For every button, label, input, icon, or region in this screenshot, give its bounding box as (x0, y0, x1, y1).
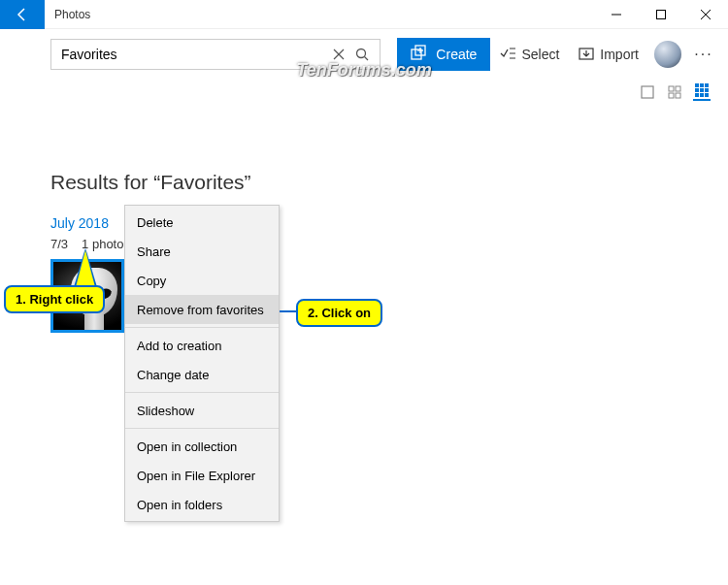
ctx-remove-favorites[interactable]: Remove from favorites (125, 295, 279, 324)
svg-rect-1 (657, 10, 666, 18)
user-avatar[interactable] (654, 41, 681, 68)
svg-rect-24 (695, 88, 699, 92)
svg-point-6 (357, 49, 366, 58)
svg-rect-20 (676, 93, 680, 98)
create-label: Create (436, 47, 477, 62)
ctx-share[interactable]: Share (125, 237, 279, 266)
ctx-separator (125, 327, 279, 328)
svg-rect-25 (700, 88, 704, 92)
ctx-add-creation[interactable]: Add to creation (125, 331, 279, 360)
svg-rect-22 (700, 83, 704, 87)
svg-rect-27 (695, 93, 699, 97)
close-button[interactable] (683, 0, 728, 29)
ctx-open-collection[interactable]: Open in collection (125, 432, 279, 461)
import-icon (579, 46, 594, 64)
search-box[interactable] (50, 39, 381, 70)
select-button[interactable]: Select (490, 38, 569, 71)
svg-rect-21 (695, 83, 699, 87)
search-input[interactable] (57, 41, 327, 68)
import-label: Import (600, 47, 639, 62)
app-title: Photos (45, 8, 594, 21)
select-label: Select (521, 47, 559, 62)
callout-connector (280, 310, 297, 312)
select-icon (500, 46, 515, 64)
minimize-button[interactable] (594, 0, 639, 29)
view-small-icon[interactable] (693, 83, 711, 101)
svg-rect-28 (700, 93, 704, 97)
svg-line-7 (365, 57, 369, 61)
svg-rect-23 (705, 83, 709, 87)
create-icon (411, 45, 428, 65)
maximize-button[interactable] (639, 0, 683, 29)
search-icon[interactable] (350, 43, 374, 66)
create-button[interactable]: Create (397, 38, 490, 71)
ctx-delete[interactable]: Delete (125, 208, 279, 237)
svg-rect-26 (705, 88, 709, 92)
ctx-change-date[interactable]: Change date (125, 360, 279, 389)
ctx-separator (125, 428, 279, 429)
back-button[interactable] (0, 0, 45, 29)
more-button[interactable]: ··· (687, 38, 720, 71)
ctx-slideshow[interactable]: Slideshow (125, 396, 279, 425)
ctx-copy[interactable]: Copy (125, 266, 279, 295)
svg-rect-18 (676, 86, 680, 91)
svg-rect-17 (669, 86, 674, 91)
ctx-open-folders[interactable]: Open in folders (125, 490, 279, 519)
callout-arrow (76, 250, 95, 287)
svg-rect-19 (669, 93, 674, 98)
ctx-open-explorer[interactable]: Open in File Explorer (125, 461, 279, 490)
context-menu: Delete Share Copy Remove from favorites … (124, 205, 280, 522)
view-single-icon[interactable] (639, 83, 656, 101)
ctx-separator (125, 392, 279, 393)
results-title: Results for “Favorites” (50, 171, 728, 194)
svg-rect-16 (642, 86, 653, 98)
svg-rect-29 (705, 93, 709, 97)
callout-click-on: 2. Click on (296, 299, 382, 327)
import-button[interactable]: Import (569, 38, 648, 71)
clear-icon[interactable] (327, 43, 350, 66)
callout-right-click: 1. Right click (4, 285, 105, 313)
view-medium-icon[interactable] (666, 83, 683, 101)
